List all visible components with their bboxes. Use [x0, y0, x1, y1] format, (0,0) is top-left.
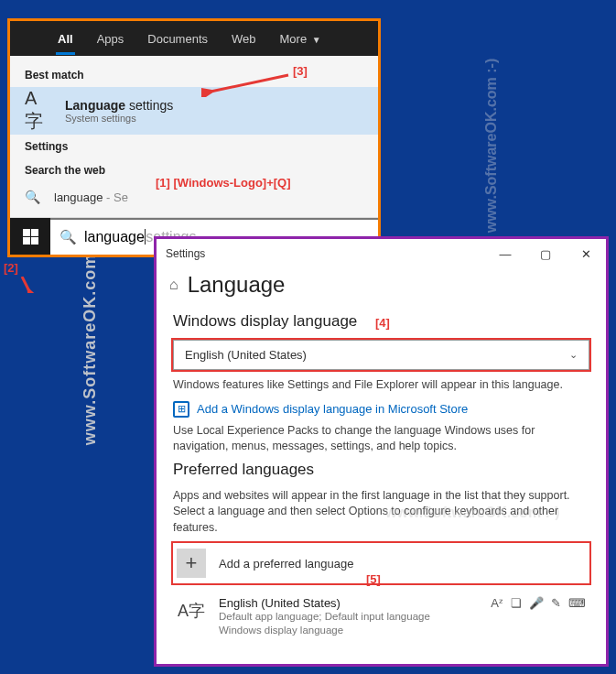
tab-web[interactable]: Web — [221, 25, 267, 53]
result-text: Language settings System settings — [65, 98, 173, 124]
web-result-term: language — [54, 190, 103, 204]
dropdown-value: English (United States) — [185, 348, 307, 362]
start-search-panel: All Apps Documents Web More ▼ Best match… — [7, 18, 381, 257]
language-sub2: Windows display language — [219, 624, 478, 637]
web-section-label: Search the web — [10, 158, 378, 182]
language-icon: A字 — [25, 96, 54, 125]
annotation-2: [2] — [4, 261, 18, 275]
search-results: Best match A字 Language settings System s… — [10, 56, 378, 255]
keyboard-badge-icon: ⌨ — [568, 596, 586, 610]
local-experience-description: Use Local Experience Packs to change the… — [173, 423, 589, 455]
chevron-down-icon: ▼ — [312, 35, 321, 45]
result-language-settings[interactable]: A字 Language settings System settings — [10, 87, 378, 135]
handwriting-badge-icon: ✎ — [551, 596, 561, 610]
search-icon: 🔍 — [25, 190, 43, 204]
tab-all[interactable]: All — [47, 25, 84, 53]
tab-more-label: More — [280, 32, 308, 46]
window-title: Settings — [157, 247, 485, 260]
page-title: Language — [188, 272, 286, 298]
settings-window: Settings — ▢ ✕ ⌂ Language www.SoftwareOK… — [154, 236, 609, 667]
search-icon: 🔍 — [59, 229, 77, 245]
titlebar[interactable]: Settings — ▢ ✕ — [157, 239, 606, 268]
section-display-language: Windows display language — [173, 312, 589, 331]
result-subtitle: System settings — [65, 113, 173, 124]
result-title: Language settings — [65, 98, 173, 113]
add-language-store-link[interactable]: ⊞ Add a Windows display language in Micr… — [173, 401, 589, 418]
web-result-suffix: - Se — [103, 190, 128, 204]
store-icon: ⊞ — [173, 401, 189, 418]
tts-badge-icon: ❏ — [511, 596, 522, 610]
language-sub1: Default app language; Default input lang… — [219, 610, 478, 624]
settings-section-label: Settings — [10, 135, 378, 158]
add-preferred-language-button[interactable]: + Add a preferred language — [173, 543, 589, 583]
store-link-text: Add a Windows display language in Micros… — [197, 402, 468, 416]
language-name: English (United States) — [219, 596, 478, 610]
search-tabs: All Apps Documents Web More ▼ — [10, 21, 378, 56]
language-item-english-us[interactable]: A字 English (United States) Default app l… — [173, 591, 589, 643]
tab-apps[interactable]: Apps — [86, 25, 135, 53]
maximize-button[interactable]: ▢ — [525, 239, 566, 268]
add-language-label: Add a preferred language — [219, 557, 353, 571]
home-icon[interactable]: ⌂ — [169, 277, 178, 293]
annotation-arrow-2 — [16, 277, 35, 293]
language-details: English (United States) Default app lang… — [219, 596, 478, 637]
svg-line-3 — [22, 277, 29, 291]
plus-icon: + — [177, 549, 206, 578]
tab-more[interactable]: More ▼ — [269, 25, 332, 53]
watermark-center: www.SoftwareOK.com :-) — [385, 505, 560, 521]
web-result-language[interactable]: 🔍 language - Se — [10, 182, 378, 212]
windows-logo-icon — [23, 229, 38, 245]
display-language-description: Windows features like Settings and File … — [173, 377, 589, 394]
display-badge-icon: Aᶻ — [491, 596, 503, 610]
settings-header: ⌂ Language — [157, 268, 606, 307]
watermark-right: www.SoftwareOK.com :-) — [484, 59, 501, 234]
display-language-dropdown[interactable]: English (United States) ⌄ — [173, 340, 589, 370]
section-preferred-languages: Preferred languages — [173, 461, 589, 479]
window-controls: — ▢ ✕ — [485, 239, 606, 268]
close-button[interactable]: ✕ — [566, 239, 606, 268]
best-match-label: Best match — [10, 63, 378, 87]
language-icon: A字 — [177, 596, 206, 625]
minimize-button[interactable]: — — [485, 239, 525, 268]
settings-content: Windows display language English (United… — [157, 307, 606, 664]
speech-badge-icon: 🎤 — [529, 596, 544, 610]
tab-documents[interactable]: Documents — [136, 25, 219, 53]
language-feature-badges: Aᶻ ❏ 🎤 ✎ ⌨ — [491, 596, 586, 610]
start-button[interactable] — [10, 218, 50, 255]
chevron-down-icon: ⌄ — [569, 349, 578, 361]
watermark-side: www.SoftwareOK.com :-) — [81, 229, 100, 445]
